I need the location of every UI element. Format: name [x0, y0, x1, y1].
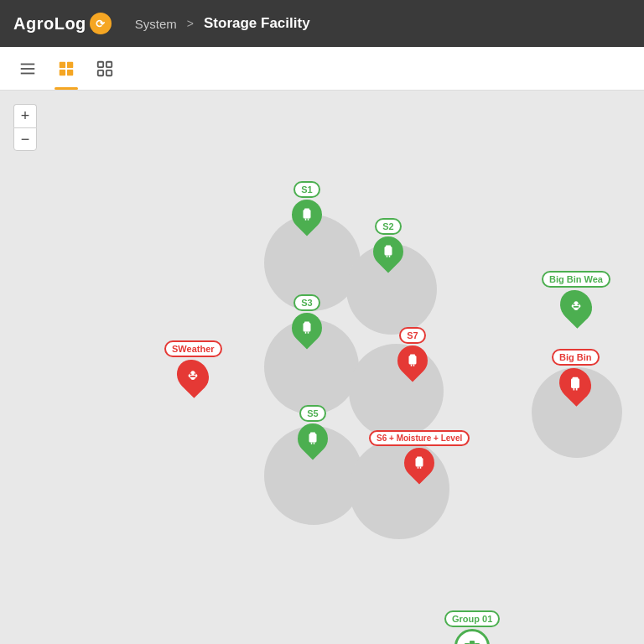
pin-S1-marker [292, 200, 322, 236]
svg-rect-10 [106, 70, 112, 75]
zoom-in-button[interactable]: + [13, 104, 37, 127]
svg-rect-26 [314, 443, 315, 444]
map-area[interactable]: + − S1 S2 [0, 91, 644, 644]
map-view-button[interactable] [91, 55, 119, 83]
pin-S6[interactable]: S6 + Moisture + Level [369, 430, 470, 485]
pin-S5-label: S5 [299, 405, 325, 422]
pin-S6-marker [404, 448, 434, 485]
pin-S1[interactable]: S1 [292, 181, 322, 236]
pin-Group01[interactable]: Group 01 [444, 610, 500, 644]
pin-BigBin-label: Big Bin [552, 349, 600, 366]
svg-rect-53 [574, 388, 575, 391]
header-facility-label: Storage Facility [204, 15, 310, 32]
svg-rect-32 [417, 457, 422, 460]
svg-rect-11 [304, 210, 311, 219]
svg-rect-5 [60, 69, 65, 75]
zoom-controls: + − [13, 104, 37, 151]
pin-BigBinWea-label: Big Bin Wea [542, 271, 610, 288]
bin-area-4 [349, 344, 444, 439]
grid-view-button[interactable] [52, 55, 80, 83]
svg-rect-34 [420, 467, 422, 469]
logo-text: AgroLog [13, 14, 86, 34]
pin-S3[interactable]: S3 [292, 294, 322, 350]
svg-rect-14 [308, 219, 309, 221]
pin-BigBin-marker [560, 367, 590, 404]
svg-rect-3 [60, 61, 65, 67]
svg-rect-22 [308, 332, 309, 334]
svg-rect-33 [418, 467, 419, 469]
svg-rect-29 [411, 365, 413, 366]
pin-S1-label: S1 [293, 181, 319, 198]
svg-rect-4 [67, 61, 73, 67]
svg-rect-18 [389, 256, 391, 257]
pin-SWeather-marker [178, 359, 208, 396]
zoom-out-button[interactable]: − [13, 127, 37, 151]
svg-rect-20 [304, 322, 309, 325]
svg-rect-16 [386, 246, 391, 248]
app-header: AgroLog ⟳ System > Storage Facility [0, 0, 644, 47]
pin-S7-label: S7 [399, 327, 425, 344]
pin-SWeather-label: SWeather [164, 340, 222, 357]
pin-SWeather[interactable]: SWeather [164, 340, 222, 396]
svg-rect-9 [98, 70, 103, 75]
pin-Group01-label: Group 01 [444, 610, 500, 627]
svg-rect-19 [304, 323, 311, 332]
header-system-label: System [135, 17, 177, 31]
svg-rect-56 [470, 641, 475, 644]
svg-rect-25 [311, 443, 313, 444]
svg-rect-23 [309, 434, 317, 443]
pin-S7[interactable]: S7 [397, 327, 428, 382]
svg-rect-17 [387, 256, 388, 257]
logo-icon: ⟳ [90, 13, 112, 34]
pin-S3-marker [292, 313, 322, 350]
pin-S2-label: S2 [375, 218, 401, 235]
svg-rect-12 [304, 209, 309, 211]
pin-S5[interactable]: S5 [298, 405, 328, 460]
pin-S7-marker [397, 345, 428, 382]
pin-Group01-marker [454, 629, 490, 644]
svg-rect-50 [574, 306, 579, 308]
svg-rect-13 [305, 219, 307, 221]
pin-S6-label: S6 + Moisture + Level [369, 430, 470, 446]
pin-BigBinWea-marker [561, 289, 591, 326]
pin-BigBin[interactable]: Big Bin [552, 349, 600, 404]
svg-rect-7 [98, 61, 103, 66]
pin-S5-marker [298, 423, 328, 460]
pin-S2[interactable]: S2 [373, 218, 403, 273]
svg-rect-54 [576, 388, 578, 391]
toolbar [0, 47, 644, 91]
svg-rect-31 [416, 458, 423, 467]
svg-rect-51 [571, 378, 579, 388]
svg-rect-6 [67, 69, 73, 75]
header-arrow: > [187, 17, 194, 30]
svg-rect-15 [385, 247, 392, 256]
svg-rect-52 [573, 377, 579, 380]
svg-rect-27 [409, 356, 417, 365]
pin-S2-marker [373, 236, 403, 273]
svg-rect-28 [410, 355, 415, 357]
svg-rect-42 [190, 376, 196, 377]
list-view-button[interactable] [13, 55, 42, 83]
logo: AgroLog ⟳ [13, 13, 112, 34]
svg-rect-8 [106, 61, 112, 66]
svg-rect-21 [305, 332, 307, 334]
pin-S3-label: S3 [293, 294, 319, 311]
svg-rect-24 [310, 433, 315, 435]
svg-rect-30 [413, 365, 415, 366]
pin-BigBinWea[interactable]: Big Bin Wea [542, 271, 610, 326]
